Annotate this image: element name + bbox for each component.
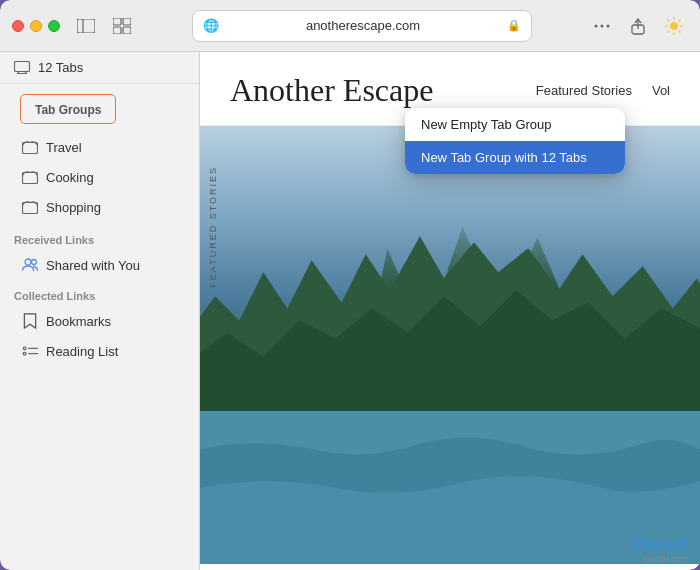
svg-rect-5 — [123, 27, 131, 34]
tab-group-travel[interactable]: Travel — [0, 132, 199, 162]
wsxdn-watermark: wsxdn.com — [643, 554, 688, 564]
tab-grid-icon — [113, 18, 131, 34]
sidebar: 12 Tabs Tab Groups Travel — [0, 52, 200, 570]
featured-stories-vertical-label: FEATURED STORIES — [208, 166, 218, 288]
svg-point-11 — [670, 22, 678, 30]
site-title: Another Escape — [230, 72, 433, 109]
bookmark-icon — [22, 313, 38, 329]
shopping-label: Shopping — [46, 200, 101, 215]
tab-groups-section: Tab Groups — [0, 84, 199, 130]
svg-point-6 — [595, 24, 598, 27]
svg-rect-24 — [23, 143, 38, 154]
traffic-lights — [12, 20, 60, 32]
site-nav: Featured Stories Vol — [536, 83, 670, 98]
ellipsis-icon — [594, 24, 610, 28]
svg-line-17 — [679, 30, 681, 32]
website-hero: FEATURED STORIES iBoysoft wsxdn.com — [200, 126, 700, 564]
water-svg — [200, 411, 700, 564]
nav-vol[interactable]: Vol — [652, 83, 670, 98]
sun-icon — [664, 16, 684, 36]
svg-rect-0 — [77, 19, 95, 33]
svg-point-27 — [25, 259, 31, 265]
more-button[interactable] — [588, 12, 616, 40]
nav-featured-stories[interactable]: Featured Stories — [536, 83, 632, 98]
monitor-icon — [14, 61, 30, 74]
bookmarks-label: Bookmarks — [46, 314, 111, 329]
reading-list-label: Reading List — [46, 344, 118, 359]
title-bar: 🌐 anotherescape.com 🔒 — [0, 0, 700, 52]
travel-label: Travel — [46, 140, 82, 155]
browser-area: New Empty Tab Group New Tab Group with 1… — [200, 52, 700, 570]
sidebar-icon — [77, 19, 95, 33]
tab-group-cooking[interactable]: Cooking — [0, 162, 199, 192]
tabs-overview-item[interactable]: 12 Tabs — [0, 52, 199, 84]
maximize-button[interactable] — [48, 20, 60, 32]
reading-list-icon — [22, 343, 38, 359]
tab-groups-header: Tab Groups — [20, 94, 116, 124]
tab-group-icon — [22, 139, 38, 155]
svg-line-16 — [668, 19, 670, 21]
address-bar[interactable]: 🌐 anotherescape.com 🔒 — [192, 10, 532, 42]
svg-line-18 — [679, 19, 681, 21]
shared-with-you-label: Shared with You — [46, 258, 140, 273]
received-links-header: Received Links — [0, 224, 199, 250]
svg-line-19 — [668, 30, 670, 32]
share-button[interactable] — [624, 12, 652, 40]
globe-icon: 🌐 — [203, 18, 219, 33]
sidebar-toggle-button[interactable] — [72, 12, 100, 40]
tab-groups-list: Travel Cooking Shopping — [0, 130, 199, 224]
collected-links-header: Collected Links — [0, 280, 199, 306]
lock-icon: 🔒 — [507, 19, 521, 32]
svg-rect-20 — [15, 62, 30, 72]
svg-rect-2 — [113, 18, 121, 25]
tab-grid-button[interactable] — [108, 12, 136, 40]
svg-point-8 — [607, 24, 610, 27]
browser-window: 🌐 anotherescape.com 🔒 — [0, 0, 700, 570]
sun-mode-button[interactable] — [660, 12, 688, 40]
tab-group-shopping-icon — [22, 199, 38, 215]
reading-list-item[interactable]: Reading List — [0, 336, 199, 366]
new-tab-group-with-tabs-item[interactable]: New Tab Group with 12 Tabs — [405, 141, 625, 174]
address-text: anotherescape.com — [225, 18, 501, 33]
cooking-label: Cooking — [46, 170, 94, 185]
shared-icon — [22, 257, 38, 273]
bookmarks-item[interactable]: Bookmarks — [0, 306, 199, 336]
minimize-button[interactable] — [30, 20, 42, 32]
tabs-count-label: 12 Tabs — [38, 60, 83, 75]
svg-rect-25 — [23, 173, 38, 184]
landscape-svg — [200, 200, 700, 441]
new-empty-tab-group-item[interactable]: New Empty Tab Group — [405, 108, 625, 141]
svg-rect-26 — [23, 203, 38, 214]
share-icon — [630, 17, 646, 35]
svg-point-7 — [601, 24, 604, 27]
tab-group-shopping[interactable]: Shopping — [0, 192, 199, 222]
main-content: 12 Tabs Tab Groups Travel — [0, 52, 700, 570]
close-button[interactable] — [12, 20, 24, 32]
svg-point-30 — [23, 352, 26, 355]
shared-with-you-item[interactable]: Shared with You — [0, 250, 199, 280]
svg-point-29 — [23, 347, 26, 350]
svg-rect-4 — [113, 27, 121, 34]
svg-rect-3 — [123, 18, 131, 25]
dropdown-popup: New Empty Tab Group New Tab Group with 1… — [405, 108, 625, 174]
address-bar-container: 🌐 anotherescape.com 🔒 — [152, 10, 572, 42]
svg-point-28 — [32, 260, 37, 265]
tab-group-cooking-icon — [22, 169, 38, 185]
iboy-watermark: iBoysoft — [632, 536, 688, 552]
